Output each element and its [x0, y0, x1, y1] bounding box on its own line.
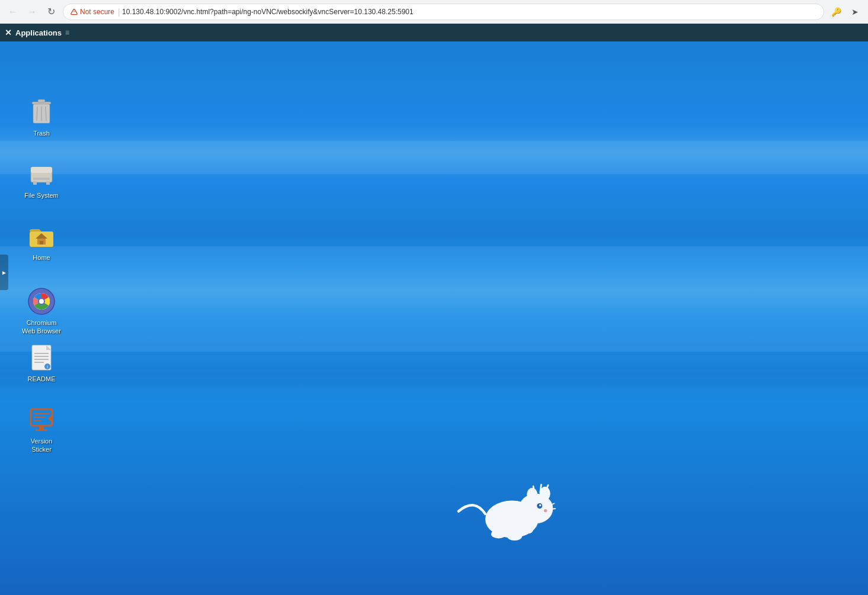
versionsticker-icon-image — [27, 406, 56, 434]
xfce-logo: ✕ — [5, 28, 12, 37]
readme-icon-image: i — [27, 343, 56, 372]
filesystem-icon-image — [27, 160, 56, 188]
svg-rect-12 — [46, 181, 50, 185]
svg-point-50 — [491, 530, 506, 538]
svg-point-38 — [527, 488, 537, 501]
svg-rect-11 — [33, 181, 37, 185]
trash-label: Trash — [31, 128, 52, 138]
chromium-icon[interactable]: ChromiumWeb Browser — [18, 287, 65, 336]
svg-point-52 — [523, 526, 533, 534]
back-button[interactable]: ← — [6, 5, 20, 19]
svg-line-7 — [46, 107, 46, 121]
svg-marker-35 — [47, 415, 52, 422]
key-button[interactable]: 🔑 — [829, 5, 843, 19]
versionsticker-label: VersionSticker — [29, 436, 55, 455]
svg-point-45 — [539, 504, 542, 507]
svg-point-51 — [507, 532, 522, 541]
svg-rect-31 — [36, 429, 47, 431]
taskbar: ✕ Applications ≡ — [0, 24, 868, 41]
security-warning: Not secure — [71, 8, 114, 16]
taskbar-separator: ≡ — [65, 28, 69, 37]
filesystem-label: File System — [23, 191, 60, 200]
chromium-icon-image — [27, 287, 56, 316]
filesystem-icon[interactable]: File System — [18, 160, 65, 200]
svg-point-46 — [544, 509, 547, 512]
svg-rect-9 — [31, 167, 52, 173]
separator: | — [118, 7, 120, 17]
chromium-label: ChromiumWeb Browser — [20, 318, 63, 336]
applications-menu[interactable]: Applications — [15, 28, 62, 37]
reload-button[interactable]: ↻ — [44, 5, 58, 19]
xfce-rat-mascot — [453, 477, 560, 548]
trash-icon-image — [27, 98, 56, 126]
svg-point-20 — [39, 299, 44, 304]
versionsticker-icon[interactable]: VersionSticker — [18, 406, 65, 455]
home-icon[interactable]: Home — [18, 222, 65, 262]
forward-button[interactable]: → — [25, 5, 39, 19]
svg-line-5 — [37, 107, 37, 121]
browser-chrome: ← → ↻ Not secure | 10.130.48.10:9002/vnc… — [0, 0, 868, 24]
desktop: ► Trash — [0, 41, 868, 595]
side-panel-toggle[interactable]: ► — [0, 255, 8, 290]
svg-rect-30 — [39, 426, 44, 429]
home-icon-image — [27, 222, 56, 250]
send-button[interactable]: ➤ — [848, 5, 862, 19]
svg-rect-3 — [38, 99, 45, 102]
home-label: Home — [31, 253, 52, 262]
svg-line-48 — [540, 485, 542, 493]
address-bar[interactable]: Not secure | 10.130.48.10:9002/vnc.html?… — [63, 4, 824, 20]
readme-label: README — [25, 374, 57, 384]
svg-rect-16 — [40, 241, 43, 245]
trash-icon[interactable]: Trash — [18, 98, 65, 138]
url-text: 10.130.48.10:9002/vnc.html?path=api/ng-n… — [122, 8, 414, 16]
not-secure-label: Not secure — [80, 8, 114, 16]
svg-rect-10 — [33, 178, 50, 180]
readme-icon[interactable]: i README — [18, 343, 65, 384]
